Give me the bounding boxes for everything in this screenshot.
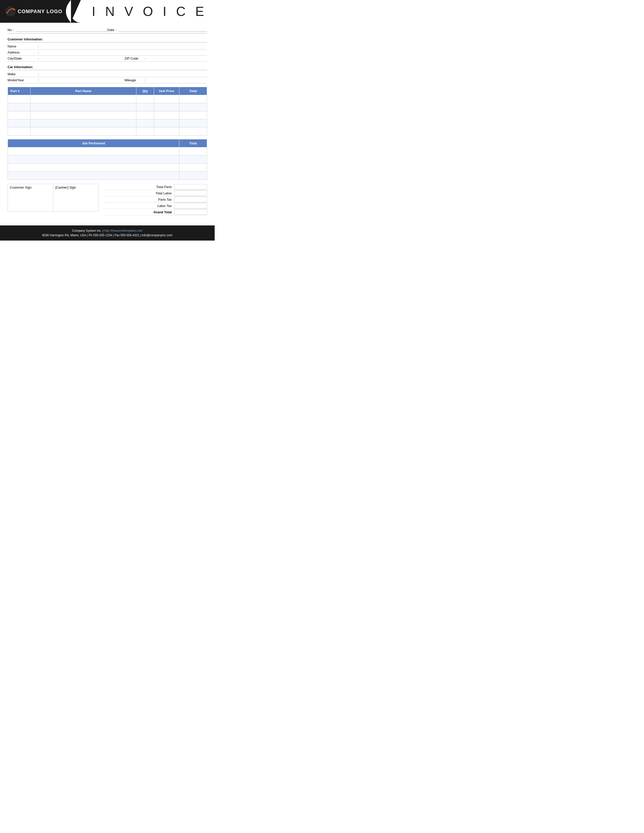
- qty-cell[interactable]: [136, 95, 154, 103]
- logo-wrapper: COMPANY LOGO: [5, 6, 63, 17]
- address-value[interactable]: [42, 50, 207, 55]
- name-value[interactable]: [42, 44, 207, 48]
- footer-line1: Company System Inc. | http://freewordtem…: [3, 229, 212, 233]
- footer-link[interactable]: http://freewordtemplates.net/: [104, 229, 143, 233]
- parts-table: Part # Part Name Qty Unit Price Total: [8, 87, 207, 135]
- total-cell[interactable]: [179, 111, 207, 119]
- date-value[interactable]: [118, 28, 207, 32]
- total-parts-row: Total Parts: [103, 184, 207, 190]
- part-num-cell[interactable]: [8, 127, 31, 135]
- parts-row: [8, 111, 207, 119]
- total-cell[interactable]: [179, 127, 207, 135]
- col-total: Total: [179, 87, 207, 95]
- total-parts-value[interactable]: [174, 184, 207, 190]
- date-colon: :: [116, 28, 117, 32]
- parts-tax-value[interactable]: [174, 197, 207, 202]
- col-unit-price: Unit Price: [154, 87, 179, 95]
- parts-tax-row: Parts Tax: [103, 196, 207, 203]
- invoice-title: I N V O I C E: [92, 4, 207, 19]
- invoice-no-field: No :: [8, 28, 107, 32]
- header: COMPANY LOGO I N V O I C E: [0, 0, 215, 23]
- job-cell[interactable]: [8, 164, 179, 172]
- part-num-cell[interactable]: [8, 95, 31, 103]
- total-parts-label: Total Parts: [103, 185, 174, 189]
- total-cell[interactable]: [179, 119, 207, 127]
- city-state-value[interactable]: [42, 56, 124, 61]
- no-label: No: [8, 28, 12, 32]
- customer-sign-box[interactable]: Customer Sign: [8, 184, 53, 212]
- invoice-date-field: Date :: [107, 28, 207, 32]
- unit-price-cell[interactable]: [154, 127, 179, 135]
- grand-total-label: Grand Total: [103, 210, 174, 214]
- footer-company: Company System Inc. |: [72, 229, 104, 233]
- qty-cell[interactable]: [136, 111, 154, 119]
- name-label: Name: [8, 44, 38, 48]
- mileage-colon: :: [145, 78, 149, 82]
- cashier-sign-box[interactable]: [Cashier] Sign: [53, 184, 98, 212]
- no-value[interactable]: [16, 28, 107, 32]
- mileage-field: Mileage :: [124, 78, 207, 82]
- company-logo-icon: [5, 6, 16, 17]
- job-table: Job Performed Total: [8, 139, 207, 180]
- job-total-cell[interactable]: [179, 148, 207, 156]
- job-row: [8, 148, 207, 156]
- labor-tax-value[interactable]: [174, 203, 207, 209]
- customer-address-row: Address :: [8, 50, 207, 56]
- labor-tax-row: Labor Tax: [103, 203, 207, 209]
- unit-price-cell[interactable]: [154, 103, 179, 111]
- car-section-header: Car Information:: [8, 65, 207, 70]
- job-row: [8, 172, 207, 180]
- model-year-label: Model/Year: [8, 78, 38, 82]
- mileage-label: Mileage: [124, 78, 145, 82]
- col-job-performed: Job Performed: [8, 139, 179, 148]
- col-job-total: Total: [179, 139, 207, 148]
- total-labor-row: Total Labor: [103, 190, 207, 196]
- total-labor-label: Total Labor: [103, 191, 174, 195]
- customer-city-row: City/State : ZIP Code :: [8, 56, 207, 61]
- col-part-name: Part Name: [31, 87, 136, 95]
- job-cell[interactable]: [8, 148, 179, 156]
- part-num-cell[interactable]: [8, 103, 31, 111]
- invoice-meta: No : Date :: [8, 28, 207, 34]
- qty-cell[interactable]: [136, 103, 154, 111]
- qty-cell[interactable]: [136, 127, 154, 135]
- total-cell[interactable]: [179, 103, 207, 111]
- unit-price-cell[interactable]: [154, 111, 179, 119]
- unit-price-cell[interactable]: [154, 119, 179, 127]
- no-colon: :: [13, 28, 14, 32]
- totals-area: Total Parts Total Labor Parts Tax Labor …: [103, 184, 207, 215]
- grand-total-value[interactable]: [174, 209, 207, 215]
- parts-row: [8, 103, 207, 111]
- job-total-cell[interactable]: [179, 156, 207, 164]
- make-value[interactable]: [42, 72, 207, 76]
- customer-sign-label: Customer Sign: [10, 185, 32, 189]
- job-cell[interactable]: [8, 156, 179, 164]
- car-make-row: Make :: [8, 71, 207, 77]
- parts-row: [8, 119, 207, 127]
- qty-cell[interactable]: [136, 119, 154, 127]
- parts-table-header-row: Part # Part Name Qty Unit Price Total: [8, 87, 207, 95]
- city-state-colon: :: [38, 56, 42, 60]
- labor-tax-label: Labor Tax: [103, 204, 174, 208]
- part-name-cell[interactable]: [31, 103, 136, 111]
- part-name-cell[interactable]: [31, 95, 136, 103]
- part-num-cell[interactable]: [8, 111, 31, 119]
- city-state-label: City/State: [8, 56, 38, 60]
- col-part-num: Part #: [8, 87, 31, 95]
- make-colon: :: [38, 72, 42, 76]
- part-num-cell[interactable]: [8, 119, 31, 127]
- parts-tax-label: Parts Tax: [103, 198, 174, 201]
- total-cell[interactable]: [179, 95, 207, 103]
- part-name-cell[interactable]: [31, 119, 136, 127]
- total-labor-value[interactable]: [174, 190, 207, 196]
- parts-row: [8, 127, 207, 135]
- job-total-cell[interactable]: [179, 172, 207, 180]
- job-total-cell[interactable]: [179, 164, 207, 172]
- part-name-cell[interactable]: [31, 127, 136, 135]
- part-name-cell[interactable]: [31, 111, 136, 119]
- model-year-value[interactable]: [42, 78, 124, 82]
- unit-price-cell[interactable]: [154, 95, 179, 103]
- grand-total-row: Grand Total: [103, 209, 207, 215]
- address-colon: :: [38, 50, 42, 54]
- job-cell[interactable]: [8, 172, 179, 180]
